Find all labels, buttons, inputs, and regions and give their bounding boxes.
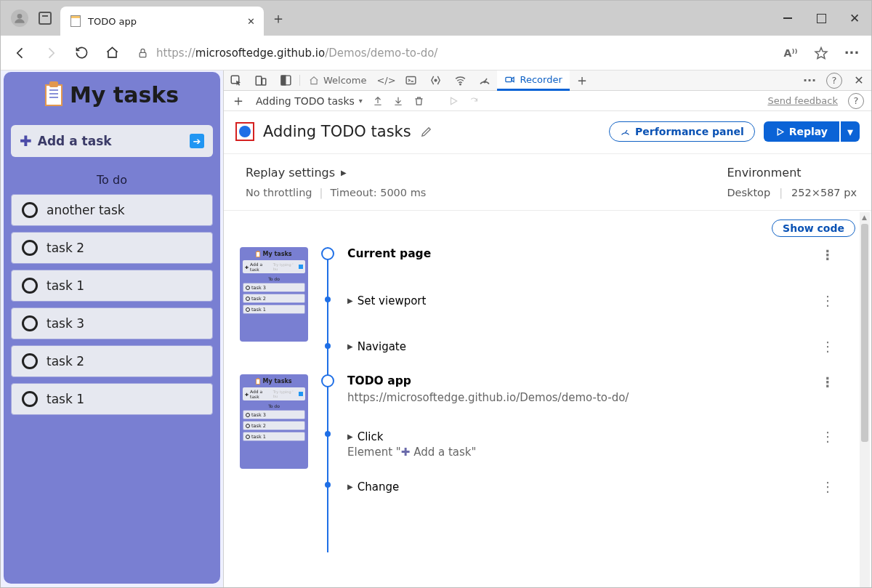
browser-tab[interactable]: TODO app ✕ xyxy=(60,7,264,36)
scrollbar-thumb[interactable] xyxy=(861,224,868,442)
step-thumbnail: My tasks ✚Add a taskTry typing ' bu To d… xyxy=(240,247,308,342)
environment-label: Environment xyxy=(727,166,857,180)
step-menu-icon[interactable]: ⋮ xyxy=(821,374,833,390)
network-icon[interactable] xyxy=(448,71,472,90)
step-menu-icon[interactable]: ⋮ xyxy=(821,479,833,494)
step-menu-icon[interactable]: ⋮ xyxy=(821,247,833,262)
task-item[interactable]: task 1 xyxy=(11,383,213,415)
page-title: My tasks xyxy=(70,82,179,108)
task-item[interactable]: another task xyxy=(11,194,213,226)
help-icon[interactable]: ? xyxy=(848,93,864,109)
step-click[interactable]: ▶Click xyxy=(347,430,383,443)
timeout-value: Timeout: 5000 ms xyxy=(330,187,426,198)
window-close-button[interactable]: ✕ xyxy=(838,6,871,31)
window-maximize-button[interactable] xyxy=(804,6,838,31)
elements-icon[interactable]: </> xyxy=(374,71,398,90)
svg-rect-11 xyxy=(506,77,512,81)
task-item[interactable]: task 2 xyxy=(11,345,213,377)
delete-icon[interactable] xyxy=(413,95,424,107)
step-menu-icon[interactable]: ⋮ xyxy=(821,293,833,308)
submit-icon[interactable]: ➔ xyxy=(190,134,204,148)
tab-welcome[interactable]: Welcome xyxy=(302,71,374,90)
todo-section-label: To do xyxy=(11,173,213,187)
settings-more-button[interactable]: ··· xyxy=(839,41,864,65)
performance-icon[interactable] xyxy=(472,71,497,90)
step-disabled-icon xyxy=(469,96,480,106)
play-disabled-icon xyxy=(448,96,459,106)
export-up-icon[interactable] xyxy=(373,95,383,107)
throttling-value: No throttling xyxy=(246,187,312,198)
more-tabs-button[interactable]: ＋ xyxy=(570,71,594,90)
svg-point-0 xyxy=(17,14,23,19)
tab-recorder[interactable]: Recorder xyxy=(497,71,569,91)
import-down-icon[interactable] xyxy=(393,95,403,107)
step-element-desc: Element "✚ Add a task" xyxy=(347,446,833,459)
devtools-close-button[interactable]: ✕ xyxy=(847,73,871,87)
add-task-input[interactable]: ✚ Add a task ➔ xyxy=(11,125,213,157)
step-set-viewport[interactable]: ▶Set viewport xyxy=(347,294,426,307)
step-menu-icon[interactable]: ⋮ xyxy=(821,429,833,444)
device-icon[interactable] xyxy=(249,71,273,90)
task-checkbox[interactable] xyxy=(22,391,38,407)
back-button[interactable] xyxy=(8,41,33,65)
profile-icon[interactable] xyxy=(11,9,28,27)
console-icon[interactable] xyxy=(398,71,423,90)
svg-point-8 xyxy=(435,79,437,81)
replay-button[interactable]: Replay xyxy=(764,121,839,142)
tab-close-icon[interactable]: ✕ xyxy=(247,16,255,27)
scrollbar[interactable]: ▲ xyxy=(860,212,870,588)
devtools-more-icon[interactable]: ··· xyxy=(797,73,822,87)
site-lock-icon[interactable] xyxy=(136,45,149,61)
refresh-button[interactable] xyxy=(69,41,94,65)
window-minimize-button[interactable] xyxy=(771,6,804,31)
favorite-button[interactable] xyxy=(809,41,833,65)
home-button[interactable] xyxy=(100,41,124,65)
task-item[interactable]: task 3 xyxy=(11,307,213,339)
replay-options-button[interactable]: ▾ xyxy=(841,121,860,142)
new-tab-button[interactable]: ＋ xyxy=(264,9,293,28)
step-title[interactable]: TODO app xyxy=(347,374,411,390)
svg-rect-3 xyxy=(256,76,262,85)
step-url: https://microsoftedge.github.io/Demos/de… xyxy=(347,391,833,404)
send-feedback-link[interactable]: Send feedback xyxy=(767,95,838,106)
step-thumbnail: My tasks ✚Add a taskTry typing ' bu To d… xyxy=(240,374,308,469)
task-item[interactable]: task 1 xyxy=(11,270,213,302)
clipboard-icon xyxy=(45,84,62,106)
step-menu-icon[interactable]: ⋮ xyxy=(821,339,833,354)
svg-rect-6 xyxy=(281,76,286,85)
inspect-icon[interactable] xyxy=(224,71,249,90)
step-navigate[interactable]: ▶Navigate xyxy=(347,340,406,353)
help-icon[interactable]: ? xyxy=(822,73,847,89)
task-checkbox[interactable] xyxy=(22,353,38,369)
env-device: Desktop xyxy=(727,187,770,198)
record-button[interactable] xyxy=(235,122,254,141)
add-task-label: Add a task xyxy=(38,134,112,148)
step-change[interactable]: ▶Change xyxy=(347,480,399,494)
task-checkbox[interactable] xyxy=(22,240,38,256)
task-checkbox[interactable] xyxy=(22,278,38,294)
read-aloud-button[interactable]: A⁾⁾ xyxy=(778,41,803,65)
step-title[interactable]: Current page xyxy=(347,247,431,262)
sources-icon[interactable] xyxy=(423,71,448,90)
svg-rect-4 xyxy=(262,78,266,85)
dock-icon[interactable] xyxy=(273,71,298,90)
task-item[interactable]: task 2 xyxy=(11,232,213,264)
task-checkbox[interactable] xyxy=(22,315,38,331)
performance-panel-button[interactable]: Performance panel xyxy=(609,121,755,142)
recording-title: Adding TODO tasks xyxy=(263,123,411,140)
address-bar[interactable]: https://microsoftedge.github.io/Demos/de… xyxy=(130,45,772,61)
show-code-button[interactable]: Show code xyxy=(772,220,855,237)
tab-favicon-icon xyxy=(70,15,81,27)
recording-selector[interactable]: Adding TODO tasks ▾ xyxy=(256,95,363,107)
task-checkbox[interactable] xyxy=(22,202,38,218)
svg-rect-1 xyxy=(140,52,146,57)
forward-button xyxy=(39,41,63,65)
edit-title-icon[interactable] xyxy=(420,126,432,138)
replay-settings-toggle[interactable]: Replay settings ▶ xyxy=(246,166,727,180)
new-recording-button[interactable]: ＋ xyxy=(231,91,246,110)
svg-point-9 xyxy=(460,84,461,84)
tab-title: TODO app xyxy=(88,16,240,27)
url-text: https://microsoftedge.github.io/Demos/de… xyxy=(156,47,437,60)
svg-rect-7 xyxy=(406,77,416,84)
tab-actions-icon[interactable] xyxy=(39,12,52,25)
